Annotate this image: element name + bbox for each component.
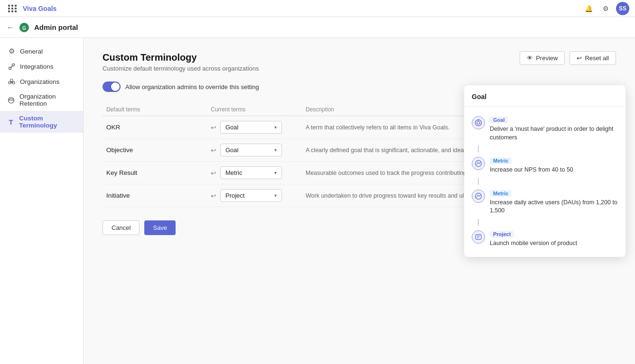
term-select-1[interactable]: Goal ▾ xyxy=(220,144,282,156)
current-term-1: ↩ Goal ▾ xyxy=(207,144,302,156)
popup-project-tag: Project xyxy=(490,231,514,237)
svg-rect-17 xyxy=(476,235,481,239)
sidebar-item-general[interactable]: ⚙ General xyxy=(0,44,83,59)
svg-point-16 xyxy=(476,193,482,199)
preview-button[interactable]: 👁 Preview xyxy=(520,51,565,65)
svg-rect-7 xyxy=(10,79,13,82)
apps-icon[interactable] xyxy=(6,2,19,15)
popup-goal-content: Goal Deliver a 'must have' product in or… xyxy=(490,115,618,142)
bell-icon[interactable]: 🔔 xyxy=(582,2,595,15)
toggle-label: Allow organization admins to override th… xyxy=(125,83,259,91)
connector-line-1 xyxy=(478,146,479,152)
popup-title: Goal xyxy=(464,93,626,107)
sidebar-item-org-retention[interactable]: Organization Retention xyxy=(0,89,83,111)
default-term-2: Key Result xyxy=(103,169,207,176)
sidebar-item-organizations[interactable]: Organizations xyxy=(0,74,83,89)
save-button[interactable]: Save xyxy=(144,220,176,235)
popup-metric2-item: Metric Increase daily active users (DAUs… xyxy=(464,185,626,219)
metric2-item-icon xyxy=(472,190,485,203)
chevron-down-icon: ▾ xyxy=(274,147,277,153)
metric1-item-icon xyxy=(472,157,485,170)
col-header-current: Current terms xyxy=(207,106,302,113)
chevron-down-icon: ▾ xyxy=(274,125,277,130)
org-retention-icon xyxy=(8,96,15,104)
admin-logo-icon: G xyxy=(19,22,29,33)
reset-icon-2[interactable]: ↩ xyxy=(211,169,216,177)
current-term-0: ↩ Goal ▾ xyxy=(207,121,302,134)
svg-point-13 xyxy=(477,121,480,124)
popup-metric1-content: Metric Increase our NPS from 40 to 50 xyxy=(490,156,618,174)
svg-text:G: G xyxy=(22,26,26,31)
sidebar-label-custom-terminology: Custom Terminology xyxy=(19,115,75,129)
connector-line-2 xyxy=(478,178,479,185)
popup-project-text: Launch mobile version of product xyxy=(490,239,618,248)
current-term-2: ↩ Metric ▾ xyxy=(207,166,302,179)
project-item-icon xyxy=(472,230,485,244)
default-term-0: OKR xyxy=(103,124,207,131)
toolbar: 👁 Preview ↩ Reset all xyxy=(520,51,616,65)
popup-goal-text: Deliver a 'must have' product in order t… xyxy=(490,125,618,142)
main-content: Custom Terminology Customize default ter… xyxy=(84,38,635,364)
sidebar-item-custom-terminology[interactable]: T Custom Terminology xyxy=(0,111,83,133)
sidebar-label-integrations: Integrations xyxy=(20,63,54,70)
goal-item-icon xyxy=(472,116,485,129)
organizations-icon xyxy=(8,78,15,85)
reset-icon: ↩ xyxy=(577,55,582,62)
layout: ⚙ General Integrations Organizations Org… xyxy=(0,38,635,364)
popup-goal-tag: Goal xyxy=(490,117,508,123)
svg-point-15 xyxy=(476,161,482,167)
default-term-3: Initiative xyxy=(103,192,207,199)
topbar-left: Viva Goals xyxy=(6,2,56,15)
sidebar-item-integrations[interactable]: Integrations xyxy=(0,59,83,74)
general-icon: ⚙ xyxy=(8,47,15,55)
app-name: Viva Goals xyxy=(23,5,56,12)
admin-portal-title: Admin portal xyxy=(34,23,78,31)
reset-icon-3[interactable]: ↩ xyxy=(211,192,216,200)
popup-project-content: Project Launch mobile version of product xyxy=(490,229,618,248)
toggle-knob xyxy=(111,82,120,91)
custom-terminology-icon: T xyxy=(8,118,14,126)
back-button[interactable]: ← xyxy=(7,23,14,32)
popup-metric1-item: Metric Increase our NPS from 40 to 50 xyxy=(464,152,626,178)
sidebar: ⚙ General Integrations Organizations Org… xyxy=(0,38,84,364)
preview-popup: Goal Goal Deliver a 'must have' product … xyxy=(464,85,626,257)
sidebar-label-organizations: Organizations xyxy=(20,78,59,85)
topbar-right: 🔔 ⚙ SS xyxy=(582,2,629,15)
sidebar-label-general: General xyxy=(20,48,43,55)
popup-goal-item: Goal Deliver a 'must have' product in or… xyxy=(464,111,626,146)
chevron-down-icon: ▾ xyxy=(274,193,277,198)
popup-metric2-content: Metric Increase daily active users (DAUs… xyxy=(490,189,618,215)
reset-icon-0[interactable]: ↩ xyxy=(211,124,216,131)
preview-icon: 👁 xyxy=(527,55,533,62)
svg-line-4 xyxy=(11,65,12,67)
chevron-down-icon: ▾ xyxy=(274,170,277,175)
settings-icon[interactable]: ⚙ xyxy=(599,2,612,15)
popup-metric2-text: Increase daily active users (DAUs) from … xyxy=(490,199,618,215)
reset-icon-1[interactable]: ↩ xyxy=(211,146,216,154)
reset-all-button[interactable]: ↩ Reset all xyxy=(570,51,616,65)
user-avatar[interactable]: SS xyxy=(616,2,629,15)
page-subtitle: Customize default terminology used acros… xyxy=(103,65,616,72)
term-select-0[interactable]: Goal ▾ xyxy=(220,121,282,134)
integrations-icon xyxy=(8,63,15,70)
popup-metric1-text: Increase our NPS from 40 to 50 xyxy=(490,166,618,174)
current-term-3: ↩ Project ▾ xyxy=(207,189,302,202)
term-select-2[interactable]: Metric ▾ xyxy=(220,166,282,179)
sidebar-label-org-retention: Organization Retention xyxy=(19,93,75,107)
col-header-default: Default terms xyxy=(103,106,207,113)
connector-line-3 xyxy=(478,219,479,226)
cancel-button[interactable]: Cancel xyxy=(103,220,140,235)
popup-project-item: Project Launch mobile version of product xyxy=(464,226,626,252)
popup-metric1-tag: Metric xyxy=(490,157,512,164)
override-toggle[interactable] xyxy=(103,82,121,92)
term-select-3[interactable]: Project ▾ xyxy=(220,189,282,202)
topbar: Viva Goals 🔔 ⚙ SS xyxy=(0,0,635,17)
adminbar: ← G Admin portal xyxy=(0,17,635,38)
popup-metric2-tag: Metric xyxy=(490,190,512,197)
default-term-1: Objective xyxy=(103,146,207,154)
